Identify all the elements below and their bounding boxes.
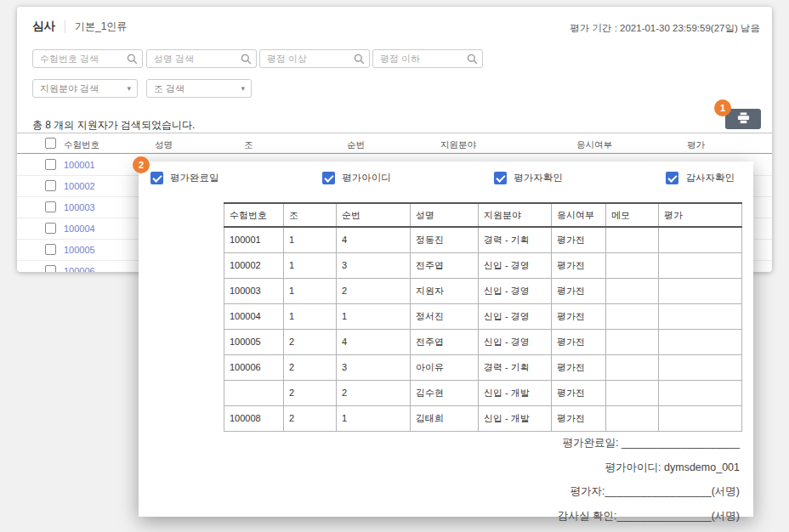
option-label: 감사자확인 (685, 172, 735, 184)
pcell: 100005 (224, 329, 284, 354)
pcell (659, 354, 742, 380)
preview-table: 수험번호 조 순번 성명 지원분야 응시여부 메모 평가 10000114정동진… (224, 202, 742, 432)
pcell: 평가전 (552, 405, 606, 431)
option-evaluator-confirm[interactable]: 평가자확인 (494, 172, 563, 184)
pcell (606, 303, 659, 329)
col-header-name: 성명 (155, 139, 173, 151)
option-evaluator-id[interactable]: 평가아이디 (322, 172, 391, 184)
checked-checkbox[interactable] (322, 172, 335, 184)
exam-no-link[interactable]: 100003 (64, 202, 95, 212)
pcell (659, 380, 742, 405)
signature-footer: 평가완료일: ____________________ 평가아이디: dymsd… (558, 436, 740, 532)
option-completion-date[interactable]: 평가완료일 (150, 172, 219, 184)
pcell: 3 (337, 252, 411, 278)
pcell: 1 (284, 303, 337, 329)
exam-no-link[interactable]: 100006 (64, 266, 95, 272)
pcol-exam-no: 수험번호 (224, 203, 284, 227)
col-header-field: 지원분야 (440, 139, 476, 151)
exam-no-link[interactable]: 100004 (64, 224, 95, 234)
tab-review[interactable]: 심사 (32, 19, 55, 34)
pcell: 100006 (224, 354, 284, 380)
col-header-group: 조 (244, 139, 253, 151)
exam-no-link[interactable]: 100002 (64, 181, 95, 191)
pcell: 2 (337, 380, 411, 405)
pcol-field: 지원분야 (479, 203, 552, 227)
preview-row: 10000411정서진신입 - 경영평가전 (224, 303, 742, 329)
pcell: 2 (337, 278, 411, 303)
row-checkbox[interactable] (45, 223, 56, 234)
print-button[interactable] (725, 109, 761, 129)
pcell: 100008 (224, 405, 284, 431)
exam-no-link[interactable]: 100001 (64, 160, 95, 170)
pcell: 경력 - 기획 (479, 354, 552, 380)
chevron-down-icon: ▾ (241, 85, 245, 93)
pcol-memo: 메모 (606, 203, 659, 227)
row-checkbox[interactable] (45, 201, 56, 212)
pcell: 2 (284, 329, 337, 354)
option-label: 평가아이디 (342, 172, 391, 184)
checked-checkbox[interactable] (494, 172, 507, 184)
pcell: 신입 - 경영 (479, 252, 552, 278)
option-label: 평가자확인 (514, 172, 563, 184)
pcell: 평가전 (552, 354, 606, 380)
select-all-checkbox[interactable] (45, 138, 56, 149)
pcell (606, 278, 659, 303)
pcell: 김수현 (411, 380, 479, 405)
pcell: 전주엽 (411, 252, 479, 278)
pcell: 1 (337, 405, 411, 431)
preview-table-header: 수험번호 조 순번 성명 지원분야 응시여부 메모 평가 (224, 203, 742, 227)
checked-checkbox[interactable] (150, 172, 163, 184)
row-checkbox[interactable] (45, 265, 56, 272)
field-filter-dropdown[interactable]: 지원분야 검색 ▾ (32, 79, 138, 98)
applicant-table-header: 수험번호 성명 조 순번 지원분야 응시여부 평가 (17, 133, 772, 154)
pcell: 평가전 (552, 380, 606, 405)
audit-sign-line: 감사실 확인:________________(서명) (558, 509, 740, 524)
group-filter-dropdown[interactable]: 조 검색 ▾ (146, 79, 252, 98)
score-min-field (259, 49, 370, 68)
preview-row: 22김수현신입 - 개발평가전 (224, 380, 742, 405)
pcell: 평가전 (552, 303, 606, 329)
search-icon (127, 53, 138, 68)
pcell: 1 (284, 252, 337, 278)
pcol-name: 성명 (411, 203, 479, 227)
pcell: 신입 - 경영 (479, 278, 552, 303)
checked-checkbox[interactable] (666, 172, 678, 184)
row-checkbox[interactable] (45, 159, 56, 170)
pcell: 2 (284, 380, 337, 405)
completion-date-line: 평가완료일: ____________________ (558, 436, 740, 450)
evaluation-period-text: 평가 기간 : 2021-01-30 23:59:59(27일) 남음 (570, 22, 760, 35)
pcell (224, 380, 284, 405)
pcell: 평가전 (552, 329, 606, 354)
pcol-eval: 평가 (659, 203, 742, 227)
preview-row: 10000213전주엽신입 - 경영평가전 (224, 252, 742, 278)
tab-basic-1st-round[interactable]: 기본_1인류 (75, 20, 127, 34)
pcell: 100001 (224, 227, 284, 252)
option-label: 평가완료일 (170, 172, 219, 184)
col-header-eval: 평가 (687, 139, 705, 151)
score-max-field (372, 49, 483, 68)
pcell: 100003 (224, 278, 284, 303)
preview-row: 10000312지원자신입 - 경영평가전 (224, 278, 742, 303)
row-checkbox[interactable] (45, 244, 56, 255)
pcell (659, 227, 742, 252)
pcell: 2 (284, 405, 337, 431)
pcell: 정서진 (411, 303, 479, 329)
option-auditor-confirm[interactable]: 감사자확인 (666, 172, 735, 184)
exam-no-link[interactable]: 100005 (64, 245, 95, 255)
exam-no-search-field (32, 49, 143, 68)
pcell: 김태희 (411, 405, 479, 431)
pcell: 신입 - 경영 (479, 329, 552, 354)
pcell: 1 (284, 278, 337, 303)
pcell (659, 303, 742, 329)
evaluator-id-line: 평가아이디: dymsdemo_001 (558, 461, 740, 475)
pcell: 경력 - 기획 (479, 227, 552, 252)
search-icon (467, 53, 478, 68)
pcell: 전주엽 (411, 329, 479, 354)
pcell (659, 405, 742, 431)
tab-bar: 심사 기본_1인류 (32, 19, 127, 34)
pcell: 신입 - 개발 (479, 405, 552, 431)
pcell (606, 227, 659, 252)
search-icon (354, 53, 365, 68)
row-checkbox[interactable] (45, 180, 56, 191)
col-header-order: 순번 (347, 139, 365, 151)
